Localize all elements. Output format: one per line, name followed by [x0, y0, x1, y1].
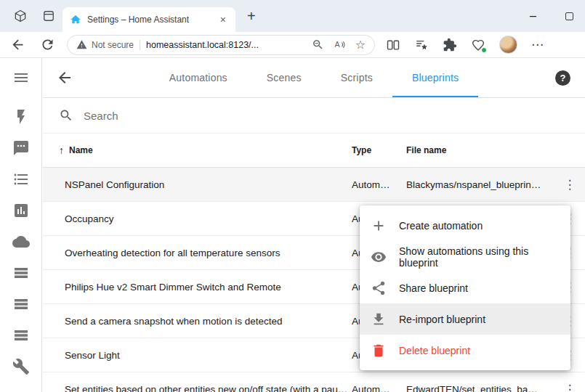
table-row[interactable]: NSPanel Configuration Autom… Blackymas/n…: [43, 168, 585, 202]
browser-toolbar: Not secure homeassistant.local:8123/... …: [0, 32, 585, 58]
column-header-name[interactable]: ↑ Name: [43, 144, 352, 156]
menu-item-show-automations[interactable]: Show automations using this blueprint: [360, 241, 570, 272]
menu-item-delete-blueprint[interactable]: Delete blueprint: [360, 335, 570, 366]
security-label[interactable]: Not secure: [92, 40, 134, 50]
table-row[interactable]: Set entities based on other entities new…: [43, 372, 585, 392]
kebab-menu-icon[interactable]: ⋮: [554, 177, 585, 192]
tab-automations[interactable]: Automations: [150, 58, 247, 97]
server-icon-3[interactable]: [12, 327, 30, 344]
browser-back-icon[interactable]: [10, 37, 25, 52]
window-controls: –: [530, 10, 585, 22]
status-dot: [481, 47, 487, 53]
help-icon[interactable]: ?: [555, 70, 570, 86]
svg-text:A: A: [334, 40, 340, 49]
address-bar[interactable]: Not secure homeassistant.local:8123/... …: [67, 35, 375, 55]
menu-item-create-automation[interactable]: Create automation: [360, 210, 570, 241]
search-icon: [59, 108, 73, 123]
read-aloud-icon[interactable]: A: [334, 38, 346, 51]
new-tab-button[interactable]: +: [247, 9, 256, 23]
history-icon[interactable]: [12, 202, 30, 219]
favorites-hub-icon[interactable]: [414, 38, 429, 52]
ha-back-icon[interactable]: [56, 69, 73, 86]
table-header: ↑ Name Type File name: [43, 134, 585, 168]
browser-window: Settings – Home Assistant × + – Not secu…: [0, 0, 585, 392]
row-file: EdwardTEN/set_entities_ba…: [406, 384, 554, 392]
refresh-icon[interactable]: [40, 37, 55, 52]
energy-icon[interactable]: [12, 108, 30, 126]
menu-item-label: Share blueprint: [399, 282, 468, 294]
media-icon[interactable]: [12, 139, 30, 157]
add-favorite-star-icon[interactable]: ☆: [355, 39, 366, 51]
row-name: Occupancy: [43, 213, 352, 224]
row-name: Send a camera snapshot when motion is de…: [43, 316, 352, 327]
home-assistant-app: Automations Scenes Scripts Blueprints ? …: [0, 58, 585, 392]
maximize-button[interactable]: [565, 12, 573, 20]
ha-tab-bar: Automations Scenes Scripts Blueprints: [43, 58, 585, 97]
browser-menu-icon[interactable]: ⋯: [531, 38, 544, 51]
menu-item-label: Re-import blueprint: [399, 314, 485, 325]
menu-item-label: Delete blueprint: [399, 345, 470, 356]
plus-icon: [371, 218, 387, 234]
search-input[interactable]: [84, 110, 573, 122]
divider: [140, 40, 140, 50]
url-text[interactable]: homeassistant.local:8123/...: [146, 40, 306, 50]
row-name: Sensor Light: [43, 350, 352, 361]
logbook-icon[interactable]: [12, 171, 30, 188]
download-icon: [371, 311, 387, 327]
eye-icon: [371, 249, 387, 265]
ha-sidebar: [0, 58, 42, 392]
row-type: Autom…: [352, 384, 406, 392]
minimize-button[interactable]: –: [530, 10, 536, 22]
context-menu: Create automation Show automations using…: [360, 205, 570, 370]
menu-icon[interactable]: [12, 69, 30, 86]
tab-blueprints[interactable]: Blueprints: [392, 58, 478, 97]
split-screen-icon[interactable]: [386, 38, 400, 52]
row-type: Autom…: [352, 179, 406, 190]
profile-avatar[interactable]: [499, 36, 517, 54]
search-bar[interactable]: [43, 98, 585, 134]
row-name: Philips Hue v2 Smart Dimmer Switch and R…: [43, 282, 352, 293]
ha-header: Automations Scenes Scripts Blueprints ?: [43, 58, 585, 98]
zoom-out-icon[interactable]: [312, 38, 324, 51]
menu-item-label: Create automation: [399, 220, 483, 232]
tab-actions-icon[interactable]: [41, 9, 56, 23]
browser-essentials-icon[interactable]: [471, 38, 485, 52]
tab-scenes[interactable]: Scenes: [247, 58, 321, 97]
share-icon: [371, 280, 387, 296]
tab-scripts[interactable]: Scripts: [321, 58, 392, 97]
server-icon-2[interactable]: [12, 295, 30, 313]
tools-wrench-icon[interactable]: [12, 358, 30, 375]
sort-asc-icon: ↑: [59, 144, 64, 156]
close-tab-icon[interactable]: ×: [218, 14, 228, 25]
column-header-file[interactable]: File name: [406, 145, 585, 155]
home-assistant-logo-icon: [70, 14, 81, 25]
column-header-type[interactable]: Type: [352, 145, 406, 155]
row-file: Blackymas/nspanel_blueprin…: [406, 179, 554, 190]
menu-item-label: Show automations using this blueprint: [399, 245, 560, 269]
menu-item-reimport-blueprint[interactable]: Re-import blueprint: [360, 303, 570, 335]
trash-icon: [371, 343, 387, 359]
tab-title: Settings – Home Assistant: [87, 15, 218, 25]
row-name: NSPanel Configuration: [43, 179, 352, 190]
row-name: Set entities based on other entities new…: [43, 384, 352, 392]
not-secure-warning-icon: [76, 39, 87, 50]
row-name: Overheating detection for all temperatur…: [43, 248, 352, 258]
extensions-puzzle-icon[interactable]: [443, 38, 457, 52]
browser-titlebar: Settings – Home Assistant × + –: [0, 0, 585, 32]
menu-item-share-blueprint[interactable]: Share blueprint: [360, 272, 570, 303]
column-label-name: Name: [69, 145, 93, 155]
browser-tab[interactable]: Settings – Home Assistant ×: [62, 7, 235, 32]
server-icon-1[interactable]: [12, 264, 30, 282]
workspaces-icon[interactable]: [13, 9, 28, 23]
cloud-icon[interactable]: [12, 233, 30, 250]
kebab-menu-icon[interactable]: ⋮: [554, 382, 585, 392]
